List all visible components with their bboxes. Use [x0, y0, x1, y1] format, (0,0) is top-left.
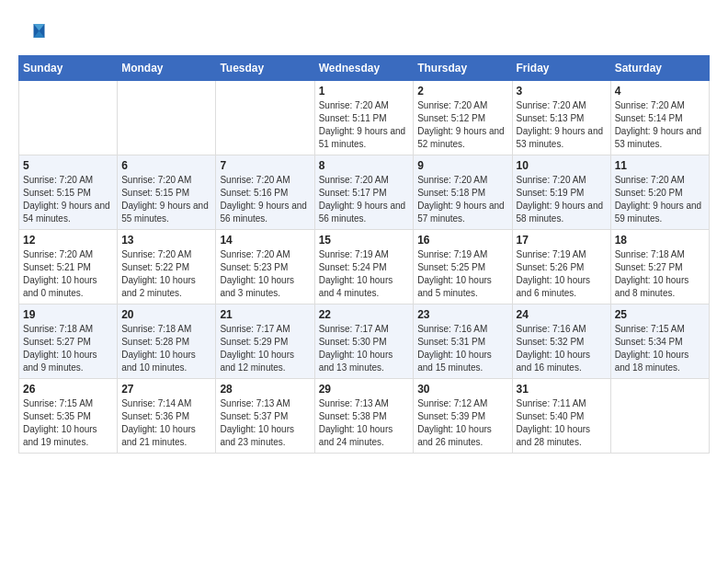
- day-info: Sunrise: 7:20 AMSunset: 5:19 PMDaylight:…: [517, 174, 607, 225]
- table-row: 31 Sunrise: 7:11 AMSunset: 5:40 PMDaylig…: [512, 379, 610, 454]
- day-number: 23: [417, 308, 507, 321]
- table-row: 20 Sunrise: 7:18 AMSunset: 5:28 PMDaylig…: [118, 304, 216, 379]
- day-number: 4: [615, 85, 705, 98]
- table-row: 24 Sunrise: 7:16 AMSunset: 5:32 PMDaylig…: [512, 304, 610, 379]
- day-info: Sunrise: 7:18 AMSunset: 5:27 PMDaylight:…: [23, 323, 113, 374]
- table-row: 14 Sunrise: 7:20 AMSunset: 5:23 PMDaylig…: [216, 230, 314, 304]
- table-row: [216, 81, 314, 155]
- table-row: 13 Sunrise: 7:20 AMSunset: 5:22 PMDaylig…: [118, 230, 216, 304]
- header-sunday: Sunday: [19, 56, 118, 81]
- day-info: Sunrise: 7:11 AMSunset: 5:40 PMDaylight:…: [517, 397, 607, 449]
- day-info: Sunrise: 7:20 AMSunset: 5:15 PMDaylight:…: [23, 174, 113, 225]
- table-row: 29 Sunrise: 7:13 AMSunset: 5:38 PMDaylig…: [314, 379, 414, 454]
- table-row: 2 Sunrise: 7:20 AMSunset: 5:12 PMDayligh…: [414, 81, 512, 155]
- day-number: 2: [417, 85, 507, 98]
- table-row: 30 Sunrise: 7:12 AMSunset: 5:39 PMDaylig…: [414, 379, 512, 454]
- day-number: 6: [121, 159, 211, 172]
- table-row: 12 Sunrise: 7:20 AMSunset: 5:21 PMDaylig…: [19, 230, 118, 304]
- day-info: Sunrise: 7:19 AMSunset: 5:24 PMDaylight:…: [319, 248, 410, 300]
- table-row: [610, 379, 709, 454]
- calendar-week-row: 1 Sunrise: 7:20 AMSunset: 5:11 PMDayligh…: [19, 81, 710, 155]
- table-row: 4 Sunrise: 7:20 AMSunset: 5:14 PMDayligh…: [610, 81, 709, 155]
- day-info: Sunrise: 7:20 AMSunset: 5:20 PMDaylight:…: [615, 174, 705, 225]
- table-row: 23 Sunrise: 7:16 AMSunset: 5:31 PMDaylig…: [414, 304, 512, 379]
- day-info: Sunrise: 7:19 AMSunset: 5:26 PMDaylight:…: [517, 248, 607, 300]
- calendar-table: Sunday Monday Tuesday Wednesday Thursday…: [18, 55, 710, 454]
- table-row: 8 Sunrise: 7:20 AMSunset: 5:17 PMDayligh…: [314, 155, 414, 230]
- calendar-week-row: 26 Sunrise: 7:15 AMSunset: 5:35 PMDaylig…: [19, 379, 710, 454]
- day-info: Sunrise: 7:20 AMSunset: 5:18 PMDaylight:…: [417, 174, 507, 225]
- table-row: [19, 81, 118, 155]
- day-info: Sunrise: 7:20 AMSunset: 5:22 PMDaylight:…: [121, 248, 211, 300]
- day-info: Sunrise: 7:20 AMSunset: 5:21 PMDaylight:…: [23, 248, 113, 300]
- weekday-header-row: Sunday Monday Tuesday Wednesday Thursday…: [19, 56, 710, 81]
- table-row: 7 Sunrise: 7:20 AMSunset: 5:16 PMDayligh…: [216, 155, 314, 230]
- table-row: 5 Sunrise: 7:20 AMSunset: 5:15 PMDayligh…: [19, 155, 118, 230]
- day-number: 7: [220, 159, 310, 172]
- day-number: 17: [517, 234, 607, 247]
- table-row: 1 Sunrise: 7:20 AMSunset: 5:11 PMDayligh…: [314, 81, 414, 155]
- day-number: 25: [615, 308, 705, 321]
- table-row: 9 Sunrise: 7:20 AMSunset: 5:18 PMDayligh…: [414, 155, 512, 230]
- header-saturday: Saturday: [610, 56, 709, 81]
- day-number: 12: [23, 234, 113, 247]
- day-number: 27: [121, 383, 211, 396]
- day-number: 19: [23, 308, 113, 321]
- day-number: 5: [23, 159, 113, 172]
- table-row: [118, 81, 216, 155]
- day-number: 10: [517, 159, 607, 172]
- day-info: Sunrise: 7:20 AMSunset: 5:11 PMDaylight:…: [319, 99, 410, 151]
- table-row: 6 Sunrise: 7:20 AMSunset: 5:15 PMDayligh…: [118, 155, 216, 230]
- logo-icon: [18, 18, 46, 46]
- header-wednesday: Wednesday: [314, 56, 414, 81]
- day-number: 29: [319, 383, 410, 396]
- day-number: 1: [319, 85, 410, 98]
- day-info: Sunrise: 7:16 AMSunset: 5:32 PMDaylight:…: [517, 323, 607, 374]
- day-info: Sunrise: 7:19 AMSunset: 5:25 PMDaylight:…: [417, 248, 507, 300]
- table-row: 10 Sunrise: 7:20 AMSunset: 5:19 PMDaylig…: [512, 155, 610, 230]
- day-info: Sunrise: 7:18 AMSunset: 5:28 PMDaylight:…: [121, 323, 211, 374]
- table-row: 11 Sunrise: 7:20 AMSunset: 5:20 PMDaylig…: [610, 155, 709, 230]
- day-number: 26: [23, 383, 113, 396]
- table-row: 21 Sunrise: 7:17 AMSunset: 5:29 PMDaylig…: [216, 304, 314, 379]
- day-info: Sunrise: 7:18 AMSunset: 5:27 PMDaylight:…: [615, 248, 705, 300]
- logo: [18, 18, 50, 46]
- table-row: 15 Sunrise: 7:19 AMSunset: 5:24 PMDaylig…: [314, 230, 414, 304]
- day-number: 20: [121, 308, 211, 321]
- header-friday: Friday: [512, 56, 610, 81]
- day-number: 11: [615, 159, 705, 172]
- table-row: 27 Sunrise: 7:14 AMSunset: 5:36 PMDaylig…: [118, 379, 216, 454]
- table-row: 19 Sunrise: 7:18 AMSunset: 5:27 PMDaylig…: [19, 304, 118, 379]
- day-info: Sunrise: 7:12 AMSunset: 5:39 PMDaylight:…: [417, 397, 507, 449]
- day-number: 13: [121, 234, 211, 247]
- table-row: 17 Sunrise: 7:19 AMSunset: 5:26 PMDaylig…: [512, 230, 610, 304]
- header-tuesday: Tuesday: [216, 56, 314, 81]
- header-thursday: Thursday: [414, 56, 512, 81]
- day-number: 8: [319, 159, 410, 172]
- calendar-week-row: 5 Sunrise: 7:20 AMSunset: 5:15 PMDayligh…: [19, 155, 710, 230]
- day-number: 28: [220, 383, 310, 396]
- day-info: Sunrise: 7:13 AMSunset: 5:38 PMDaylight:…: [319, 397, 410, 449]
- day-number: 21: [220, 308, 310, 321]
- day-info: Sunrise: 7:20 AMSunset: 5:15 PMDaylight:…: [121, 174, 211, 225]
- day-info: Sunrise: 7:20 AMSunset: 5:17 PMDaylight:…: [319, 174, 410, 225]
- day-number: 14: [220, 234, 310, 247]
- page-header: [18, 18, 710, 46]
- day-info: Sunrise: 7:17 AMSunset: 5:29 PMDaylight:…: [220, 323, 310, 374]
- day-info: Sunrise: 7:15 AMSunset: 5:34 PMDaylight:…: [615, 323, 705, 374]
- day-info: Sunrise: 7:16 AMSunset: 5:31 PMDaylight:…: [417, 323, 507, 374]
- calendar-week-row: 19 Sunrise: 7:18 AMSunset: 5:27 PMDaylig…: [19, 304, 710, 379]
- calendar-week-row: 12 Sunrise: 7:20 AMSunset: 5:21 PMDaylig…: [19, 230, 710, 304]
- day-info: Sunrise: 7:14 AMSunset: 5:36 PMDaylight:…: [121, 397, 211, 449]
- day-number: 31: [517, 383, 607, 396]
- day-info: Sunrise: 7:20 AMSunset: 5:14 PMDaylight:…: [615, 99, 705, 151]
- day-number: 16: [417, 234, 507, 247]
- table-row: 3 Sunrise: 7:20 AMSunset: 5:13 PMDayligh…: [512, 81, 610, 155]
- day-info: Sunrise: 7:20 AMSunset: 5:16 PMDaylight:…: [220, 174, 310, 225]
- table-row: 28 Sunrise: 7:13 AMSunset: 5:37 PMDaylig…: [216, 379, 314, 454]
- day-number: 22: [319, 308, 410, 321]
- day-info: Sunrise: 7:17 AMSunset: 5:30 PMDaylight:…: [319, 323, 410, 374]
- table-row: 26 Sunrise: 7:15 AMSunset: 5:35 PMDaylig…: [19, 379, 118, 454]
- table-row: 16 Sunrise: 7:19 AMSunset: 5:25 PMDaylig…: [414, 230, 512, 304]
- day-number: 30: [417, 383, 507, 396]
